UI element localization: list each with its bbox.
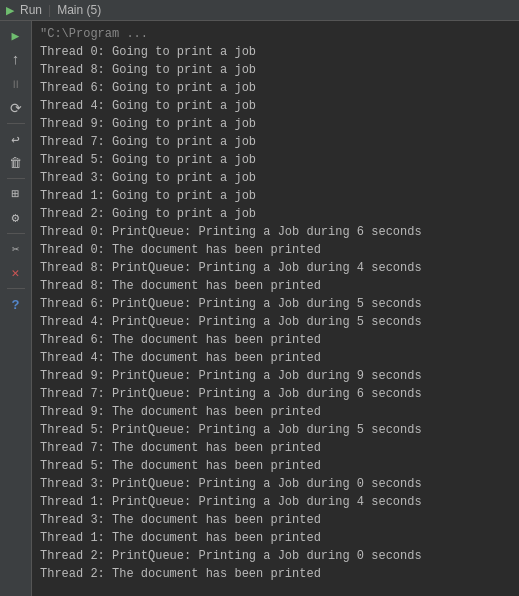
- run-button[interactable]: ▶: [5, 25, 27, 47]
- reload-button[interactable]: ⟳: [5, 97, 27, 119]
- console-line: Thread 4: PrintQueue: Printing a Job dur…: [40, 313, 511, 331]
- cut-button[interactable]: ✂: [5, 238, 27, 260]
- console-line: Thread 4: The document has been printed: [40, 349, 511, 367]
- console-line: Thread 1: Going to print a job: [40, 187, 511, 205]
- console-line: Thread 5: PrintQueue: Printing a Job dur…: [40, 421, 511, 439]
- console-line: Thread 2: PrintQueue: Printing a Job dur…: [40, 547, 511, 565]
- console-line: Thread 4: Going to print a job: [40, 97, 511, 115]
- console-line: Thread 9: Going to print a job: [40, 115, 511, 133]
- grid-button[interactable]: ⊞: [5, 183, 27, 205]
- title-separator: |: [48, 3, 51, 17]
- console-line: Thread 7: The document has been printed: [40, 439, 511, 457]
- console-line: Thread 3: The document has been printed: [40, 511, 511, 529]
- pause-button[interactable]: ⏸: [5, 73, 27, 95]
- title-run-label: Run: [20, 3, 42, 17]
- title-bar: ▶ Run | Main (5): [0, 0, 519, 21]
- console-line: Thread 9: PrintQueue: Printing a Job dur…: [40, 367, 511, 385]
- console-line: Thread 8: Going to print a job: [40, 61, 511, 79]
- console-line: Thread 3: Going to print a job: [40, 169, 511, 187]
- stop-button[interactable]: ✕: [5, 262, 27, 284]
- console-line: Thread 5: Going to print a job: [40, 151, 511, 169]
- title-tab-label: Main (5): [57, 3, 101, 17]
- toolbar-divider-2: [7, 178, 25, 179]
- main-area: ▶ ↑ ⏸ ⟳ ↩ 🗑 ⊞ ⚙ ✂ ✕ ? "C:\Program ... Th…: [0, 21, 519, 596]
- console-line: Thread 7: PrintQueue: Printing a Job dur…: [40, 385, 511, 403]
- console-line: Thread 1: PrintQueue: Printing a Job dur…: [40, 493, 511, 511]
- console-line: Thread 6: Going to print a job: [40, 79, 511, 97]
- toolbar: ▶ ↑ ⏸ ⟳ ↩ 🗑 ⊞ ⚙ ✂ ✕ ?: [0, 21, 32, 596]
- up-button[interactable]: ↑: [5, 49, 27, 71]
- back-button[interactable]: ↩: [5, 128, 27, 150]
- console-line: Thread 9: The document has been printed: [40, 403, 511, 421]
- run-icon: ▶: [6, 4, 14, 17]
- console-line: Thread 7: Going to print a job: [40, 133, 511, 151]
- toolbar-divider-1: [7, 123, 25, 124]
- help-button[interactable]: ?: [5, 293, 27, 315]
- console-line: Thread 0: Going to print a job: [40, 43, 511, 61]
- toolbar-divider-3: [7, 233, 25, 234]
- delete-button[interactable]: 🗑: [5, 152, 27, 174]
- settings-button[interactable]: ⚙: [5, 207, 27, 229]
- console-output[interactable]: "C:\Program ... Thread 0: Going to print…: [32, 21, 519, 596]
- console-line: Thread 0: The document has been printed: [40, 241, 511, 259]
- console-line: Thread 8: The document has been printed: [40, 277, 511, 295]
- console-line: Thread 3: PrintQueue: Printing a Job dur…: [40, 475, 511, 493]
- console-line: Thread 6: PrintQueue: Printing a Job dur…: [40, 295, 511, 313]
- console-line: Thread 6: The document has been printed: [40, 331, 511, 349]
- console-line: Thread 1: The document has been printed: [40, 529, 511, 547]
- console-line: Thread 8: PrintQueue: Printing a Job dur…: [40, 259, 511, 277]
- console-path-line: "C:\Program ...: [40, 25, 511, 43]
- console-line: Thread 2: Going to print a job: [40, 205, 511, 223]
- console-line: Thread 5: The document has been printed: [40, 457, 511, 475]
- console-line: Thread 0: PrintQueue: Printing a Job dur…: [40, 223, 511, 241]
- console-line: Thread 2: The document has been printed: [40, 565, 511, 583]
- toolbar-divider-4: [7, 288, 25, 289]
- console-lines: Thread 0: Going to print a jobThread 8: …: [40, 43, 511, 583]
